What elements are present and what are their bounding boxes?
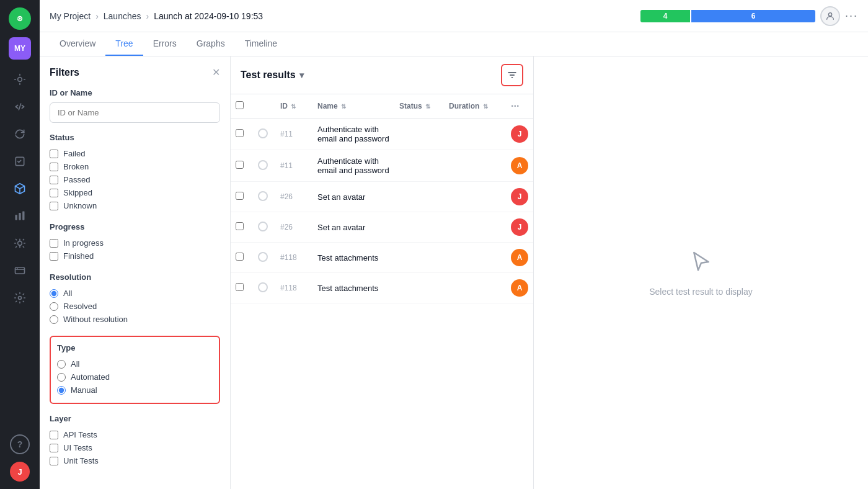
breadcrumb-project[interactable]: My Project <box>50 11 91 21</box>
row-duration <box>444 182 506 212</box>
filter-status-broken[interactable]: Broken <box>50 160 220 173</box>
filter-type-automated[interactable]: Automated <box>57 370 213 384</box>
row-name: Test attachments <box>312 243 394 273</box>
col-header-duration[interactable]: Duration <box>449 102 479 110</box>
row-status-icon <box>258 222 268 231</box>
sidebar-item-charts[interactable] <box>7 204 32 228</box>
user-avatar[interactable]: J <box>10 462 30 482</box>
breadcrumb-launches[interactable]: Launches <box>104 11 141 21</box>
svg-point-11 <box>828 12 831 16</box>
tab-timeline[interactable]: Timeline <box>235 32 287 56</box>
topbar-more-button[interactable]: ··· <box>845 9 858 22</box>
sidebar-item-dashboard[interactable] <box>7 67 32 92</box>
filter-progress-finished[interactable]: Finished <box>50 249 220 262</box>
table-row[interactable]: #118 Test attachments A <box>231 273 533 303</box>
sidebar-item-bugs[interactable] <box>7 231 32 256</box>
sidebar-item-tasks[interactable] <box>7 149 32 174</box>
breadcrumb-sep-1: › <box>95 11 99 21</box>
row-duration <box>444 119 506 150</box>
tab-overview[interactable]: Overview <box>50 32 105 56</box>
filter-layer-unit[interactable]: Unit Tests <box>50 454 220 467</box>
table-row[interactable]: #11 Authenticate with email and password… <box>231 150 533 182</box>
col-header-status[interactable]: Status <box>399 102 422 110</box>
filter-status-passed[interactable]: Passed <box>50 173 220 186</box>
row-checkbox[interactable] <box>236 283 244 291</box>
filter-icon-button[interactable] <box>501 64 523 86</box>
results-table: ID ⇅ Name ⇅ Status ⇅ <box>231 94 533 303</box>
filter-resolution-all[interactable]: All <box>50 287 220 300</box>
row-status-label <box>394 119 444 150</box>
sidebar-item-settings[interactable] <box>7 285 32 310</box>
filter-layer-section: Layer API Tests UI Tests Unit Tests <box>50 414 220 467</box>
sidebar-help-button[interactable]: ? <box>10 434 30 454</box>
breadcrumb-sep-2: › <box>146 11 149 21</box>
filter-progress-section: Progress In progress Finished <box>50 222 220 262</box>
col-header-name[interactable]: Name <box>317 102 338 110</box>
row-name: Authenticate with email and password <box>312 119 394 150</box>
duration-sort-icon[interactable]: ⇅ <box>483 103 488 110</box>
table-row[interactable]: #26 Set an avatar J <box>231 182 533 212</box>
tab-errors[interactable]: Errors <box>143 32 187 56</box>
filter-layer-ui[interactable]: UI Tests <box>50 441 220 454</box>
row-user-avatar: J <box>511 125 528 143</box>
row-checkbox[interactable] <box>236 161 244 169</box>
table-row[interactable]: #26 Set an avatar J <box>231 212 533 243</box>
status-sort-icon[interactable]: ⇅ <box>425 103 430 110</box>
row-checkbox[interactable] <box>236 253 244 261</box>
my-project-avatar[interactable]: MY <box>9 37 31 60</box>
svg-rect-4 <box>16 215 17 220</box>
filter-type-manual[interactable]: Manual <box>57 384 213 397</box>
sidebar-item-launches[interactable] <box>7 176 32 201</box>
cursor-icon <box>689 249 714 279</box>
id-sort-icon[interactable]: ⇅ <box>291 103 296 110</box>
row-status-icon <box>258 252 268 262</box>
filter-id-input[interactable] <box>50 102 220 123</box>
topbar-right: 4 6 ··· <box>640 6 858 26</box>
results-header: Test results ▾ <box>231 56 533 94</box>
row-status-label <box>394 273 444 303</box>
name-sort-icon[interactable]: ⇅ <box>341 103 346 110</box>
filter-layer-api[interactable]: API Tests <box>50 428 220 441</box>
row-id: #26 <box>275 212 312 243</box>
row-checkbox[interactable] <box>236 222 244 230</box>
col-header-id[interactable]: ID <box>280 102 288 110</box>
filter-type-label: Type <box>57 343 213 352</box>
filter-status-unknown[interactable]: Unknown <box>50 199 220 212</box>
filter-resolution-resolved[interactable]: Resolved <box>50 300 220 313</box>
row-user-avatar: A <box>511 249 528 266</box>
filter-id-or-name-section: ID or Name <box>50 88 220 123</box>
row-user-avatar: J <box>511 188 528 205</box>
filter-layer-label: Layer <box>50 414 220 423</box>
tab-tree[interactable]: Tree <box>105 32 143 56</box>
filter-resolution-without[interactable]: Without resolution <box>50 313 220 326</box>
topbar-avatar[interactable] <box>820 6 840 26</box>
filters-close-button[interactable]: ✕ <box>212 66 220 78</box>
col-more-icon[interactable]: ··· <box>511 101 519 111</box>
results-panel: Test results ▾ ID ⇅ <box>231 56 533 489</box>
svg-rect-5 <box>19 213 20 220</box>
row-checkbox[interactable] <box>236 192 244 200</box>
row-id: #118 <box>275 243 312 273</box>
filter-progress-label: Progress <box>50 222 220 231</box>
sidebar-item-refresh[interactable] <box>7 122 32 146</box>
app-logo[interactable] <box>9 7 31 30</box>
row-checkbox[interactable] <box>236 129 244 137</box>
results-title[interactable]: Test results ▾ <box>241 70 304 81</box>
table-row[interactable]: #11 Authenticate with email and password… <box>231 119 533 150</box>
filter-progress-inprogress[interactable]: In progress <box>50 236 220 249</box>
filter-type-all[interactable]: All <box>57 357 213 370</box>
breadcrumb: My Project › Launches › Launch at 2024-0… <box>50 11 636 21</box>
select-all-checkbox[interactable] <box>236 101 244 109</box>
filter-status-skipped[interactable]: Skipped <box>50 186 220 199</box>
table-row[interactable]: #118 Test attachments A <box>231 243 533 273</box>
tab-graphs[interactable]: Graphs <box>187 32 235 56</box>
svg-point-2 <box>18 78 22 82</box>
sidebar: MY ? J <box>0 0 40 489</box>
filter-status-failed[interactable]: Failed <box>50 147 220 160</box>
sidebar-item-code[interactable] <box>7 94 32 119</box>
row-id: #11 <box>275 150 312 182</box>
sidebar-item-storage[interactable] <box>7 258 32 283</box>
filter-type-section: Type All Automated Manual <box>50 336 220 404</box>
filter-resolution-label: Resolution <box>50 272 220 282</box>
row-id: #118 <box>275 273 312 303</box>
